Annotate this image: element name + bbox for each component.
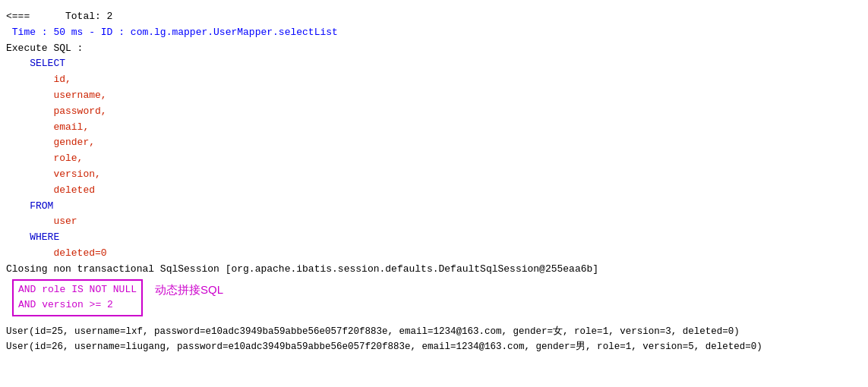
time-line: Time : 50 ms - ID : com.lg.mapper.UserMa… [6, 25, 862, 41]
annotation-line2: AND version >= 2 [18, 297, 137, 313]
annotation-label: 动态拼接SQL [155, 279, 223, 299]
annotation-box: AND role IS NOT NULL AND version >= 2 [12, 279, 143, 317]
field-deleted: deleted [6, 183, 862, 199]
condition-deleted: deleted=0 [6, 246, 862, 262]
console-output: <=== Total: 2 Time : 50 ms - ID : com.lg… [0, 6, 868, 357]
field-email: email, [6, 120, 862, 136]
closing-session-line: Closing non transactional SqlSession [or… [6, 262, 862, 278]
field-username: username, [6, 88, 862, 104]
total-line: <=== Total: 2 [6, 9, 862, 25]
field-gender: gender, [6, 135, 862, 151]
annotation-row: AND role IS NOT NULL AND version >= 2 动态… [6, 279, 862, 317]
field-role: role, [6, 151, 862, 167]
from-keyword: FROM [6, 199, 862, 215]
result-line-2: User(id=26, username=liugang, password=e… [6, 339, 862, 354]
field-id: id, [6, 72, 862, 88]
execute-sql-label: Execute SQL : [6, 41, 862, 57]
annotation-line1: AND role IS NOT NULL [18, 282, 137, 298]
where-keyword: WHERE [6, 230, 862, 246]
table-user: user [6, 214, 862, 230]
field-password: password, [6, 104, 862, 120]
field-version: version, [6, 167, 862, 183]
result-line-1: User(id=25, username=lxf, password=e10ad… [6, 324, 862, 339]
select-keyword: SELECT [6, 56, 862, 72]
